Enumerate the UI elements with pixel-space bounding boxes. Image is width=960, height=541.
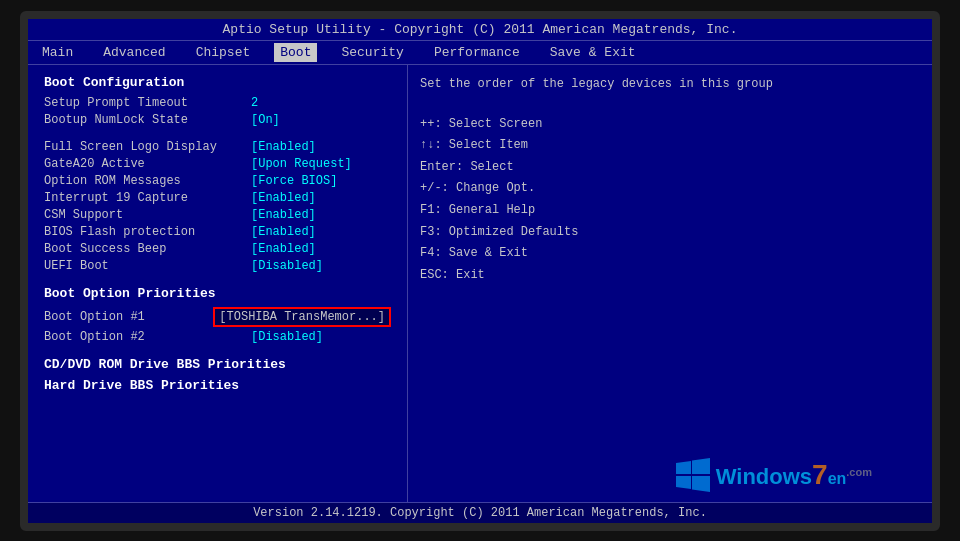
- key-f3: F3: Optimized Defaults: [420, 222, 920, 244]
- setting-numlock: Bootup NumLock State [On]: [44, 113, 391, 127]
- key-help: ++: Select Screen ↑↓: Select Item Enter:…: [420, 114, 920, 287]
- label-interrupt19: Interrupt 19 Capture: [44, 191, 188, 205]
- setting-interrupt19: Interrupt 19 Capture [Enabled]: [44, 191, 391, 205]
- label-gatea20: GateA20 Active: [44, 157, 145, 171]
- windows-logo-icon: [676, 457, 712, 493]
- key-esc: ESC: Exit: [420, 265, 920, 287]
- label-logo: Full Screen Logo Display: [44, 140, 217, 154]
- label-boot-beep: Boot Success Beep: [44, 242, 166, 256]
- svg-marker-1: [692, 458, 710, 474]
- setting-csm: CSM Support [Enabled]: [44, 208, 391, 222]
- label-boot-option2: Boot Option #2: [44, 330, 145, 344]
- label-numlock: Bootup NumLock State: [44, 113, 188, 127]
- key-select-screen: ++: Select Screen: [420, 114, 920, 136]
- key-enter: Enter: Select: [420, 157, 920, 179]
- title-text: Aptio Setup Utility - Copyright (C) 2011…: [223, 22, 738, 37]
- key-f4: F4: Save & Exit: [420, 243, 920, 265]
- watermark-7-label: 7: [812, 459, 828, 490]
- right-panel: Set the order of the legacy devices in t…: [408, 65, 932, 502]
- value-uefi-boot[interactable]: [Disabled]: [251, 259, 391, 273]
- section-boot-config: Boot Configuration: [44, 75, 391, 90]
- section-hdd-bbs[interactable]: Hard Drive BBS Priorities: [44, 378, 391, 393]
- label-csm: CSM Support: [44, 208, 123, 222]
- setting-option-rom: Option ROM Messages [Force BIOS]: [44, 174, 391, 188]
- section-cddvd-bbs[interactable]: CD/DVD ROM Drive BBS Priorities: [44, 357, 391, 372]
- svg-marker-3: [692, 476, 710, 492]
- monitor: Aptio Setup Utility - Copyright (C) 2011…: [20, 11, 940, 531]
- menu-security[interactable]: Security: [335, 43, 409, 62]
- status-bar: Version 2.14.1219. Copyright (C) 2011 Am…: [28, 502, 932, 523]
- label-setup-prompt: Setup Prompt Timeout: [44, 96, 188, 110]
- menu-performance[interactable]: Performance: [428, 43, 526, 62]
- label-bios-flash: BIOS Flash protection: [44, 225, 195, 239]
- value-bios-flash[interactable]: [Enabled]: [251, 225, 391, 239]
- key-select-item: ↑↓: Select Item: [420, 135, 920, 157]
- watermark: Windows7en.com: [676, 457, 872, 493]
- label-boot-option1: Boot Option #1: [44, 310, 145, 324]
- setting-gatea20: GateA20 Active [Upon Request]: [44, 157, 391, 171]
- watermark-en-label: en: [828, 470, 847, 487]
- help-text: Set the order of the legacy devices in t…: [420, 75, 920, 94]
- key-change-opt: +/-: Change Opt.: [420, 178, 920, 200]
- key-f1: F1: General Help: [420, 200, 920, 222]
- setting-uefi-boot: UEFI Boot [Disabled]: [44, 259, 391, 273]
- menu-bar: Main Advanced Chipset Boot Security Perf…: [28, 41, 932, 65]
- watermark-text: Windows7en.com: [716, 459, 872, 491]
- main-content: Boot Configuration Setup Prompt Timeout …: [28, 65, 932, 502]
- setting-boot-option2: Boot Option #2 [Disabled]: [44, 330, 391, 344]
- setting-logo: Full Screen Logo Display [Enabled]: [44, 140, 391, 154]
- setting-bios-flash: BIOS Flash protection [Enabled]: [44, 225, 391, 239]
- value-boot-option2[interactable]: [Disabled]: [251, 330, 391, 344]
- menu-advanced[interactable]: Advanced: [97, 43, 171, 62]
- value-setup-prompt[interactable]: 2: [251, 96, 391, 110]
- setting-setup-prompt: Setup Prompt Timeout 2: [44, 96, 391, 110]
- label-option-rom: Option ROM Messages: [44, 174, 181, 188]
- setting-boot-option1: Boot Option #1 [TOSHIBA TransMemor...]: [44, 307, 391, 327]
- menu-chipset[interactable]: Chipset: [190, 43, 257, 62]
- value-gatea20[interactable]: [Upon Request]: [251, 157, 391, 171]
- status-text: Version 2.14.1219. Copyright (C) 2011 Am…: [253, 506, 707, 520]
- value-boot-beep[interactable]: [Enabled]: [251, 242, 391, 256]
- label-uefi-boot: UEFI Boot: [44, 259, 109, 273]
- setting-boot-beep: Boot Success Beep [Enabled]: [44, 242, 391, 256]
- value-csm[interactable]: [Enabled]: [251, 208, 391, 222]
- value-logo[interactable]: [Enabled]: [251, 140, 391, 154]
- menu-main[interactable]: Main: [36, 43, 79, 62]
- svg-marker-0: [676, 461, 691, 474]
- title-bar: Aptio Setup Utility - Copyright (C) 2011…: [28, 19, 932, 41]
- menu-save-exit[interactable]: Save & Exit: [544, 43, 642, 62]
- menu-boot[interactable]: Boot: [274, 43, 317, 62]
- watermark-windows-label: Windows: [716, 464, 812, 489]
- left-panel: Boot Configuration Setup Prompt Timeout …: [28, 65, 408, 502]
- value-interrupt19[interactable]: [Enabled]: [251, 191, 391, 205]
- bios-screen: Aptio Setup Utility - Copyright (C) 2011…: [28, 19, 932, 523]
- value-option-rom[interactable]: [Force BIOS]: [251, 174, 391, 188]
- svg-marker-2: [676, 476, 691, 489]
- value-boot-option1[interactable]: [TOSHIBA TransMemor...]: [213, 307, 391, 327]
- section-boot-priority: Boot Option Priorities: [44, 286, 391, 301]
- watermark-com-label: .com: [846, 465, 872, 477]
- value-numlock[interactable]: [On]: [251, 113, 391, 127]
